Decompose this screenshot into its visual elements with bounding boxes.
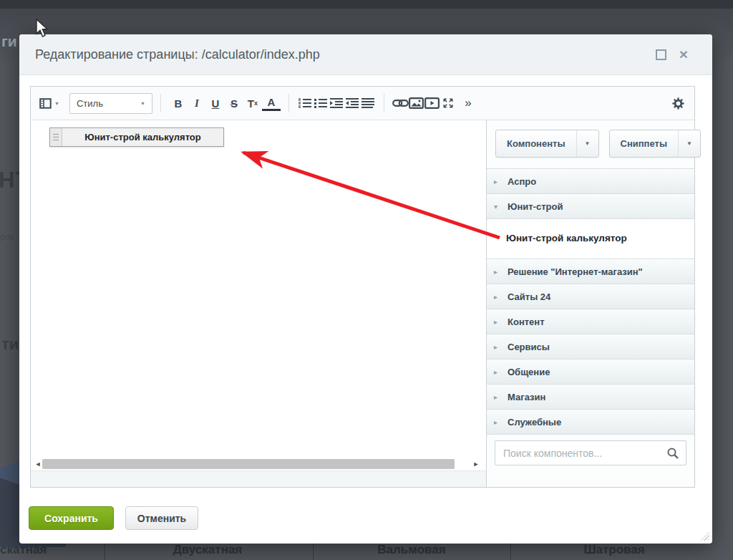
background-table-header: Двускатная xyxy=(173,543,243,557)
style-select-value: Стиль xyxy=(77,98,103,109)
chevron-down-icon: ▼ xyxy=(140,101,145,106)
placed-component-label: Юнит-строй калькулятор xyxy=(62,128,223,146)
settings-button[interactable] xyxy=(670,92,686,114)
components-button[interactable]: Компоненты ▼ xyxy=(495,130,599,158)
video-button[interactable] xyxy=(424,92,440,114)
placed-component-block[interactable]: Юнит-строй калькулятор xyxy=(49,127,224,147)
video-icon xyxy=(424,97,440,109)
italic-button[interactable]: I xyxy=(188,92,206,114)
component-icon xyxy=(39,98,52,109)
accordion-section-label: Магазин xyxy=(508,392,545,402)
toolbar-separator xyxy=(288,94,289,112)
scrollbar-track[interactable] xyxy=(42,458,472,469)
chevron-right-icon: ▸ xyxy=(494,178,501,185)
background-text-fragment: ти xyxy=(1,335,19,354)
component-search-input[interactable] xyxy=(502,447,666,460)
dialog-title: Редактирование страницы: /calculator/ind… xyxy=(35,47,320,62)
accordion-section-label: Контент xyxy=(508,317,545,327)
scroll-right-icon[interactable]: ► xyxy=(472,460,480,468)
scroll-left-icon[interactable]: ◄ xyxy=(34,460,42,468)
bullet-list-button[interactable] xyxy=(313,92,329,114)
insert-component-button[interactable]: ▼ xyxy=(39,92,59,114)
fullscreen-button[interactable] xyxy=(440,92,456,114)
more-tools-button[interactable]: » xyxy=(460,92,476,114)
bullet-list-icon xyxy=(314,97,328,109)
chevron-right-icon: ▸ xyxy=(494,418,501,426)
chevron-right-icon: ▸ xyxy=(494,343,501,351)
accordion-section-3[interactable]: ▸Сайты 24 xyxy=(487,284,694,309)
search-icon[interactable] xyxy=(666,447,679,460)
chevron-down-icon: ▾ xyxy=(494,203,501,211)
indent-increase-button[interactable] xyxy=(329,92,344,114)
cancel-button[interactable]: Отменить xyxy=(125,506,198,530)
scrollbar-thumb[interactable] xyxy=(42,459,455,469)
background-table-header: Шатровая xyxy=(583,543,644,557)
toolbar-separator xyxy=(160,94,161,112)
accordion-section-label: Решение "Интернет-магазин" xyxy=(508,266,643,277)
clear-format-button[interactable]: Tx xyxy=(243,92,262,114)
horizontal-scrollbar[interactable]: ◄ ► xyxy=(34,458,480,470)
link-button[interactable] xyxy=(392,92,409,114)
background-divider xyxy=(510,541,511,560)
component-accordion: ▸Аспро▾Юнит-стройЮнит-строй калькулятор▸… xyxy=(487,168,694,435)
editor-container: ▼ Стиль ▼ B I U S Tx A xyxy=(30,86,695,488)
accordion-section-label: Аспро xyxy=(508,176,536,187)
components-panel: Компоненты ▼ Сниппеты ▼ ▸Аспро▾Юнит-стро… xyxy=(487,120,694,487)
background-table-header: Вальмовая xyxy=(377,543,445,557)
chevron-down-icon: ▼ xyxy=(54,101,59,106)
justify-button[interactable] xyxy=(360,92,376,114)
ordered-list-button[interactable] xyxy=(297,92,313,114)
accordion-section-label: Сайты 24 xyxy=(508,291,550,302)
snippets-button[interactable]: Сниппеты ▼ xyxy=(609,130,701,158)
component-search-box xyxy=(495,440,686,465)
accordion-section-label: Служебные xyxy=(508,417,561,428)
accordion-section-8[interactable]: ▸Служебные xyxy=(487,410,694,435)
editor-canvas[interactable]: Юнит-строй калькулятор ◄ ► xyxy=(31,120,487,487)
component-item[interactable]: Юнит-строй калькулятор xyxy=(506,233,687,243)
background-table-header: скатная xyxy=(0,543,47,557)
resize-handle[interactable] xyxy=(699,531,709,541)
accordion-section-7[interactable]: ▸Магазин xyxy=(487,385,694,410)
chevron-down-icon: ▼ xyxy=(686,140,692,147)
bold-button[interactable]: B xyxy=(169,92,188,114)
chevron-right-icon: ▸ xyxy=(494,368,501,376)
text-color-button[interactable]: A xyxy=(262,96,281,111)
background-text-fragment: ров xyxy=(0,232,14,242)
link-icon xyxy=(392,98,409,108)
background-divider xyxy=(313,541,314,560)
accordion-section-4[interactable]: ▸Контент xyxy=(487,309,694,334)
indent-decrease-icon xyxy=(345,97,359,109)
image-button[interactable] xyxy=(409,92,424,114)
chevron-right-icon: ▸ xyxy=(494,318,501,326)
accordion-section-label: Общение xyxy=(508,367,550,377)
chevron-right-icon: ▸ xyxy=(494,268,501,276)
indent-decrease-button[interactable] xyxy=(344,92,360,114)
accordion-section-6[interactable]: ▸Общение xyxy=(487,359,694,385)
close-icon[interactable]: × xyxy=(679,49,688,60)
edit-page-dialog: Редактирование страницы: /calculator/ind… xyxy=(19,34,712,544)
accordion-section-0[interactable]: ▸Аспро xyxy=(487,169,694,194)
style-select[interactable]: Стиль ▼ xyxy=(69,93,152,114)
accordion-section-label: Сервисы xyxy=(508,342,550,352)
accordion-section-2[interactable]: ▸Решение "Интернет-магазин" xyxy=(487,259,694,284)
save-button[interactable]: Сохранить xyxy=(29,506,114,530)
dialog-title-bar: Редактирование страницы: /calculator/ind… xyxy=(19,34,712,75)
underline-button[interactable]: U xyxy=(206,92,225,114)
editor-bottom-strip xyxy=(31,470,486,487)
chevron-right-icon: ▸ xyxy=(494,293,501,301)
accordion-section-label: Юнит-строй xyxy=(508,201,563,212)
accordion-section-5[interactable]: ▸Сервисы xyxy=(487,334,694,359)
accordion-section-1[interactable]: ▾Юнит-строй xyxy=(487,194,694,219)
strikethrough-button[interactable]: S xyxy=(225,92,243,114)
editor-toolbar: ▼ Стиль ▼ B I U S Tx A xyxy=(31,87,694,120)
fullscreen-icon xyxy=(442,97,455,109)
chevron-right-icon: ▸ xyxy=(494,393,501,401)
gear-icon xyxy=(672,97,684,110)
toolbar-separator xyxy=(384,94,384,112)
background-divider xyxy=(105,541,105,560)
drag-handle-icon[interactable] xyxy=(50,128,62,146)
justify-icon xyxy=(361,97,375,109)
maximize-icon[interactable] xyxy=(656,49,666,60)
ordered-list-icon xyxy=(298,97,312,109)
chevron-down-icon: ▼ xyxy=(585,140,591,147)
